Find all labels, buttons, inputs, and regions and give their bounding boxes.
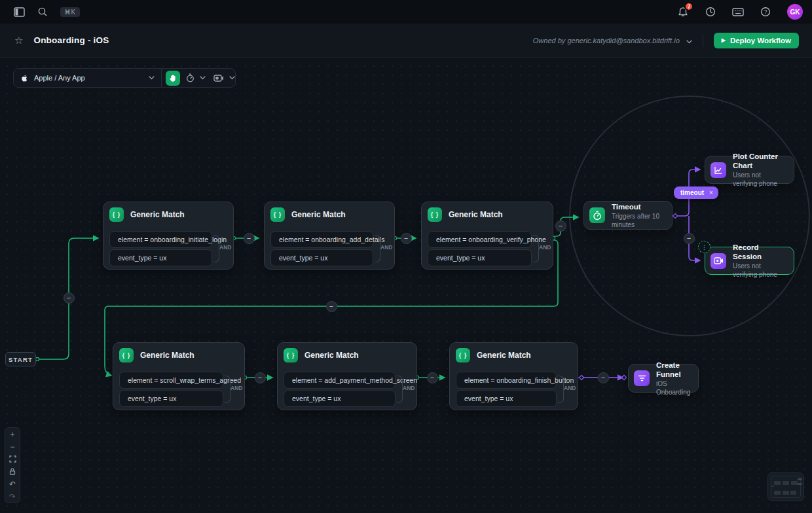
session-camera-tool-icon[interactable]: [213, 75, 224, 82]
node-title: Plot Counter Chart: [733, 152, 786, 170]
match-rule[interactable]: event_type = ux: [456, 390, 557, 407]
generic-match-node-5[interactable]: { }Generic Match element = add_payment_m…: [277, 342, 417, 410]
generic-match-node-1[interactable]: { }Generic Match element = onboarding_in…: [103, 202, 234, 270]
and-bracket: [375, 235, 380, 262]
favorite-star-icon[interactable]: ☆: [14, 35, 23, 46]
and-bracket: [397, 376, 403, 403]
create-funnel-node[interactable]: Create Funnel iOS Onboarding: [628, 364, 699, 393]
generic-match-node-2[interactable]: { }Generic Match element = onboarding_ad…: [264, 202, 395, 270]
braces-icon: { }: [119, 348, 134, 363]
match-rule[interactable]: element = onboarding_finish_button: [456, 372, 557, 389]
play-icon: ▶: [722, 37, 726, 43]
generic-match-node-4[interactable]: { }Generic Match element = scroll_wrap_t…: [113, 342, 245, 410]
timer-tool-icon[interactable]: [186, 73, 194, 82]
camera-chevron-down-icon[interactable]: [229, 76, 235, 80]
minimap-node: [790, 491, 796, 495]
minimap-node: [798, 478, 802, 480]
undo-button[interactable]: ↶: [5, 478, 20, 490]
timeout-edge-badge[interactable]: timeout ×: [674, 186, 718, 199]
minimap-node: [771, 486, 774, 487]
canvas-toolbar: Apple / Any App: [13, 68, 236, 88]
generic-match-node-6[interactable]: { }Generic Match element = onboarding_fi…: [449, 342, 578, 410]
plot-counter-chart-node[interactable]: Plot Counter Chart Users not verifying p…: [705, 156, 794, 184]
toolbar-divider: [161, 68, 162, 88]
collapse-edge-button[interactable]: −: [244, 233, 255, 244]
minimap-node: [774, 481, 781, 485]
help-icon[interactable]: ?: [760, 6, 771, 18]
match-rule[interactable]: event_type = ux: [284, 390, 396, 407]
collapse-edge-button[interactable]: −: [326, 301, 337, 312]
user-avatar[interactable]: GK: [787, 4, 803, 20]
port-match6-out[interactable]: [579, 375, 583, 380]
port-timeout-out[interactable]: [673, 213, 677, 218]
top-bar: ⌘K 7 ? GK: [0, 0, 812, 24]
timeout-node[interactable]: Timeout Triggers after 10 minutes: [583, 201, 673, 230]
match-rule[interactable]: element = onboarding_initiate_login: [109, 231, 212, 248]
keyboard-icon[interactable]: [732, 6, 744, 18]
match-rule[interactable]: event_type = ux: [428, 249, 532, 266]
and-operator: AND: [539, 244, 553, 251]
history-clock-icon[interactable]: [705, 6, 716, 18]
node-title: Generic Match: [291, 210, 346, 219]
match-rule[interactable]: element = onboarding_verify_phone: [428, 231, 532, 248]
start-node[interactable]: START: [5, 352, 36, 366]
generic-match-node-3[interactable]: { }Generic Match element = onboarding_ve…: [421, 202, 553, 270]
node-subtitle: Triggers after 10 minutes: [612, 212, 664, 229]
node-menu-button[interactable]: ⋮: [698, 241, 710, 253]
and-operator: AND: [564, 385, 578, 391]
record-session-node[interactable]: Record Session Users not verifying phone: [705, 247, 794, 275]
braces-icon: { }: [428, 207, 442, 222]
collapse-edge-button[interactable]: −: [555, 221, 566, 232]
platform-selector[interactable]: Apple / Any App: [14, 69, 161, 87]
match-rule[interactable]: element = onboarding_add_details: [270, 231, 373, 248]
collapse-edge-button[interactable]: −: [64, 292, 75, 304]
lock-interactivity-button[interactable]: [5, 465, 20, 478]
hand-icon: [169, 74, 177, 82]
match-rule[interactable]: element = scroll_wrap_terms_agreed: [119, 372, 223, 389]
collapse-edge-button[interactable]: −: [598, 372, 609, 383]
notifications-bell-icon[interactable]: 7: [677, 6, 689, 18]
edges-layer: [0, 58, 812, 513]
match-rule[interactable]: element = add_payment_method_screen: [284, 372, 396, 389]
match-rule[interactable]: event_type = ux: [119, 390, 223, 407]
timeout-badge-label: timeout: [680, 189, 704, 196]
timer-chevron-down-icon[interactable]: [200, 76, 206, 80]
collapse-edge-button[interactable]: −: [401, 233, 412, 244]
and-bracket: [558, 376, 564, 403]
workflow-canvas[interactable]: Apple / Any App START { }Generic Match e…: [0, 58, 812, 513]
sidebar-toggle-icon[interactable]: [13, 6, 25, 18]
node-title: Timeout: [612, 202, 664, 211]
and-operator: AND: [403, 385, 416, 391]
node-title: Generic Match: [477, 351, 531, 360]
node-title: Generic Match: [304, 351, 359, 360]
minimap[interactable]: [767, 472, 804, 501]
and-bracket: [213, 235, 219, 262]
match-rule[interactable]: event_type = ux: [109, 249, 212, 266]
redo-button[interactable]: ↷: [5, 490, 20, 503]
collapse-edge-button[interactable]: −: [684, 233, 695, 244]
braces-icon: { }: [109, 207, 124, 222]
zoom-in-button[interactable]: +: [5, 428, 20, 440]
platform-chevron-down-icon: [149, 76, 155, 80]
match-rule[interactable]: event_type = ux: [270, 249, 373, 266]
workflow-title-bar: ☆ Onboarding - iOS Owned by generic.katy…: [0, 24, 812, 58]
search-icon[interactable]: [37, 6, 48, 18]
zoom-out-button[interactable]: −: [5, 440, 20, 453]
owner-label: Owned by generic.katydid@sandbox.bitdrif…: [533, 37, 680, 44]
and-operator: AND: [231, 385, 244, 391]
port-start-out[interactable]: [35, 357, 39, 361]
collapse-edge-button[interactable]: −: [255, 372, 266, 383]
funnel-icon: [634, 370, 650, 386]
fit-view-button[interactable]: [5, 453, 20, 465]
owner-chevron-down-icon[interactable]: [686, 35, 692, 46]
remove-timeout-icon[interactable]: ×: [709, 189, 713, 196]
minimap-node: [791, 481, 798, 485]
hand-tool-button[interactable]: [166, 71, 180, 86]
braces-icon: { }: [456, 348, 470, 363]
stopwatch-icon: [589, 207, 605, 223]
node-title: Record Session: [733, 243, 786, 261]
deploy-workflow-button[interactable]: ▶ Deploy Workflow: [714, 33, 799, 48]
and-bracket: [533, 235, 539, 262]
port-funnel-in[interactable]: [621, 375, 626, 380]
collapse-edge-button[interactable]: −: [427, 372, 438, 383]
